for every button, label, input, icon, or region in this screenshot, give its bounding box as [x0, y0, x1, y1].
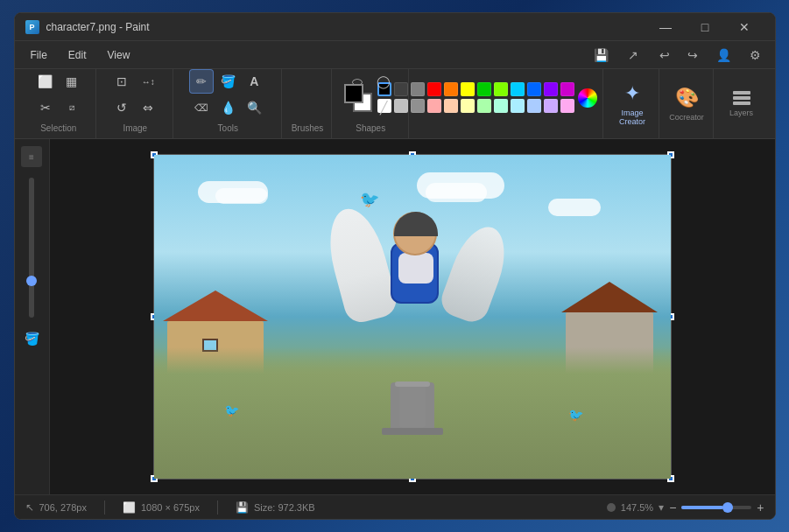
layers-button[interactable]: Layers [729, 108, 753, 117]
ribbon-layers: Layers [715, 69, 768, 138]
cursor-coords: 706, 278px [39, 502, 87, 513]
window-title: character7.png - Paint [46, 21, 646, 33]
cocreator-button[interactable]: Cocreator [669, 113, 704, 122]
zoom-minus-button[interactable]: − [669, 500, 676, 514]
eraser-tool[interactable]: ⌫ [189, 95, 214, 120]
color-lightcyan[interactable] [511, 99, 525, 113]
image-creator-button[interactable]: Image Creator [614, 108, 652, 126]
file-size-status: 💾 Size: 972.3KB [236, 501, 315, 514]
color-silver[interactable] [411, 99, 425, 113]
title-bar: P character7.png - Paint — □ ✕ [15, 13, 775, 41]
color-purple[interactable] [544, 82, 558, 96]
feather-left [320, 202, 400, 326]
canvas-area: 🐦 🐦 🐦 [50, 139, 775, 494]
cloud-1b [215, 188, 268, 204]
color-pink[interactable] [427, 99, 441, 113]
canvas-dimensions: 1080 × 675px [141, 502, 200, 513]
menu-edit[interactable]: Edit [60, 46, 95, 65]
zoom-slider-track[interactable] [681, 506, 751, 509]
color-lightpink2[interactable] [560, 99, 574, 113]
color-cyan[interactable] [511, 82, 525, 96]
ribbon: ⬜ ▦ ✂ ⧄ Selection ⊡ ↔↕ ↺ ⇔ Image ✏ 🪣 A [15, 69, 775, 139]
menu-view[interactable]: View [99, 46, 139, 65]
color-red[interactable] [427, 82, 441, 96]
rect-select-tool[interactable]: ⬜ [33, 69, 58, 94]
building-left-roof [163, 290, 268, 321]
colorpick-tool[interactable]: 💧 [215, 95, 240, 120]
ribbon-group-colors [411, 69, 603, 138]
fill-tool[interactable]: 🪣 [215, 69, 240, 94]
status-sep-2 [217, 500, 218, 514]
menu-bar: File Edit View 💾 ↗ ↩ ↪ 👤 ⚙ [15, 41, 775, 69]
resize-tool[interactable]: ↔↕ [136, 69, 160, 94]
crop-tool[interactable]: ⊡ [109, 69, 134, 94]
zoom-dropdown-arrow[interactable]: ▾ [659, 501, 664, 514]
zoom-slider-thumb[interactable] [722, 502, 733, 513]
char-helmet [394, 212, 438, 236]
ribbon-group-tools: ✏ 🪣 A ⌫ 💧 🔍 Tools [175, 69, 282, 138]
bird-bottom-right: 🐦 [568, 408, 583, 422]
line-shape[interactable]: ╱ [371, 95, 396, 120]
color-blue[interactable] [527, 82, 541, 96]
pencil-tool[interactable]: ✏ [189, 69, 214, 94]
redo-button[interactable]: ↪ [680, 43, 705, 67]
account-button[interactable]: 👤 [712, 43, 736, 67]
rotate-tool[interactable]: ↺ [109, 95, 134, 120]
settings-button[interactable]: ⚙ [743, 43, 768, 67]
color-orange[interactable] [444, 82, 458, 96]
main-area: ≡ 🪣 [15, 139, 775, 494]
zoom-tool[interactable]: 🔍 [242, 95, 266, 120]
color-lime[interactable] [494, 82, 508, 96]
ribbon-group-image: ⊡ ↔↕ ↺ ⇔ Image [98, 69, 173, 138]
text-tool[interactable]: A [242, 69, 266, 94]
minimize-button[interactable]: — [646, 13, 686, 41]
fountain-bowl [395, 382, 430, 387]
select-all-tool[interactable]: ▦ [60, 69, 84, 94]
image-label: Image [123, 123, 147, 135]
zoom-plus-button[interactable]: + [757, 500, 764, 514]
cursor-position: ↖ 706, 278px [25, 501, 87, 514]
close-button[interactable]: ✕ [725, 13, 764, 41]
zoom-track [29, 178, 34, 318]
building-right-roof [561, 282, 658, 312]
fountain [391, 382, 434, 435]
cloud-2b [426, 183, 487, 202]
flip-tool[interactable]: ⇔ [136, 95, 160, 120]
color-magenta[interactable] [560, 82, 574, 96]
invert-select-tool[interactable]: ⧄ [60, 95, 84, 120]
color-lightyellow[interactable] [461, 99, 475, 113]
tools-label: Tools [218, 123, 238, 135]
color-mint[interactable] [494, 99, 508, 113]
maximize-button[interactable]: □ [686, 13, 725, 41]
color-yellow[interactable] [461, 82, 475, 96]
rainbow-color-picker[interactable] [578, 88, 597, 108]
sidebar-top-icon[interactable]: ≡ [21, 146, 42, 167]
file-size-text: Size: 972.3KB [254, 502, 315, 513]
color-lightblue[interactable] [527, 99, 541, 113]
free-select-tool[interactable]: ✂ [33, 95, 58, 120]
circle-shape[interactable]: ◯ [371, 69, 396, 94]
canvas-container: 🐦 🐦 🐦 [154, 155, 671, 479]
app-icon: P [25, 20, 39, 34]
color-lightgreen[interactable] [477, 99, 491, 113]
color-gray[interactable] [411, 82, 425, 96]
layer-line-top [733, 91, 750, 94]
color-peach[interactable] [444, 99, 458, 113]
menu-actions: 💾 ↗ ↩ ↪ 👤 ⚙ [589, 43, 768, 67]
color-green[interactable] [477, 82, 491, 96]
paint-bucket-sidebar[interactable]: 🪣 [25, 332, 39, 346]
color-lavender[interactable] [544, 99, 558, 113]
share-icon-button[interactable]: ↗ [621, 43, 645, 67]
save-icon-button[interactable]: 💾 [589, 43, 614, 67]
undo-button[interactable]: ↩ [652, 43, 677, 67]
canvas-image[interactable]: 🐦 🐦 🐦 [154, 155, 671, 479]
bird-bottom-left: 🐦 [224, 403, 239, 417]
ribbon-group-selection: ⬜ ▦ ✂ ⧄ Selection [22, 69, 97, 138]
left-sidebar: ≡ 🪣 [15, 139, 50, 494]
layer-line-bot [733, 102, 750, 105]
menu-file[interactable]: File [22, 46, 56, 65]
zoom-thumb[interactable] [26, 276, 37, 286]
foreground-color-box[interactable] [344, 84, 363, 103]
character-figure: 🐦 [360, 207, 465, 365]
selection-tools: ⬜ ▦ ✂ ⧄ [27, 69, 91, 120]
